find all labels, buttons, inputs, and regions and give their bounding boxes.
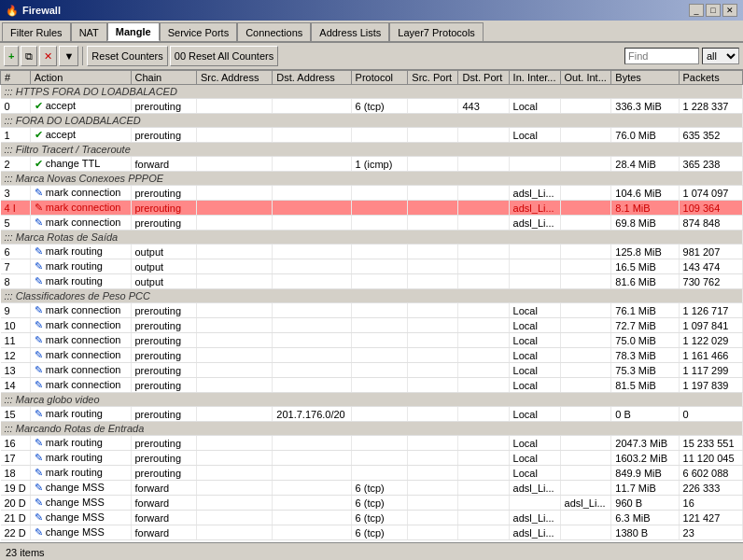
table-row[interactable]: 21 D✎change MSSforward6 (tcp)adsl_Li...6… [1,511,743,525]
tab-address-lists[interactable]: Address Lists [311,22,389,41]
action-text: mark connection [46,364,121,375]
cell-dport [458,259,509,274]
delete-button[interactable]: ✕ [39,46,57,66]
table-row[interactable]: 22 D✎change MSSforward6 (tcp)adsl_Li...1… [1,525,743,540]
copy-button[interactable]: ⧉ [21,46,37,66]
tab-layer7[interactable]: Layer7 Protocols [389,22,484,41]
action-text: mark connection [46,304,121,315]
table-row[interactable]: 8✎mark routingoutput81.6 MiB730 762 [1,274,743,289]
cell-src [197,333,273,348]
action-icon: ✎ [35,187,43,198]
cell-proto [351,333,408,348]
table-row[interactable]: 17✎mark routingpreroutingLocal1603.2 MiB… [1,451,743,466]
table-row[interactable]: ::: Marca Novas Conexoes PPPOE [1,172,743,186]
reset-counters-button[interactable]: Reset Counters [87,46,167,66]
table-row[interactable]: ::: FORA DO LOADBALACED [1,114,743,128]
cell-out [560,363,611,378]
table-row[interactable]: 20 D✎change MSSforward6 (tcp)adsl_Li...9… [1,496,743,511]
table-row[interactable]: 16✎mark routingpreroutingLocal2047.3 MiB… [1,436,743,451]
cell-src [197,363,273,378]
table-row[interactable]: 4 I✎mark connectionpreroutingadsl_Li...8… [1,201,743,216]
maximize-button[interactable]: □ [706,4,721,17]
reset-all-counters-button[interactable]: 00 Reset All Counters [170,46,278,66]
table-row[interactable]: 5✎mark connectionpreroutingadsl_Li...69.… [1,216,743,231]
table-row[interactable]: 1✔acceptpreroutingLocal76.0 MiB635 352 [1,128,743,143]
action-text: mark routing [46,260,103,272]
cell-src [197,466,273,481]
action-text: mark connection [46,379,121,390]
cell-bytes: 8.1 MiB [611,201,679,216]
table-row[interactable]: ::: Classificadores de Peso PCC [1,289,743,303]
minimize-button[interactable]: _ [689,4,704,17]
cell-dport [458,511,509,525]
cell-chain: forward [131,481,197,496]
cell-dst [273,348,351,363]
tab-service-ports[interactable]: Service Ports [160,22,237,41]
table-container: # Action Chain Src. Address Dst. Address… [0,70,743,542]
cell-action: ✔change TTL [30,157,131,172]
cell-src [197,303,273,318]
cell-packets: 6 602 088 [679,466,742,481]
cell-chain: prerouting [131,378,197,393]
cell-in: Local [509,128,560,143]
app-icon: 🔥 [6,5,19,17]
cell-src [197,186,273,201]
cell-num: 10 [1,318,31,333]
action-icon: ✎ [35,526,43,538]
close-button[interactable]: ✕ [722,4,737,17]
find-scope-select[interactable]: all [702,48,739,64]
action-icon: ✎ [35,452,43,463]
table-row[interactable]: 11✎mark connectionpreroutingLocal75.0 Mi… [1,333,743,348]
cell-bytes: 75.0 MiB [611,333,679,348]
tab-mangle[interactable]: Mangle [107,22,160,41]
table-row[interactable]: 6✎mark routingoutput125.8 MiB981 207 [1,245,743,259]
table-row[interactable]: ::: Marca globo video [1,393,743,407]
cell-action: ✎mark connection [30,378,131,393]
table-row[interactable]: ::: Filtro Tracert / Traceroute [1,143,743,157]
table-row[interactable]: ::: HTTPS FORA DO LOADBALACED [1,85,743,99]
col-header-out: Out. Int... [560,71,611,85]
cell-dst [273,274,351,289]
cell-action: ✎mark routing [30,274,131,289]
table-row[interactable]: 15✎mark routingprerouting201.7.176.0/20L… [1,407,743,422]
table-row[interactable]: 19 D✎change MSSforward6 (tcp)adsl_Li...1… [1,481,743,496]
cell-dport [458,245,509,259]
table-row[interactable]: 2✔change TTLforward1 (icmp)28.4 MiB365 2… [1,157,743,172]
table-row[interactable]: 18✎mark routingpreroutingLocal849.9 MiB6… [1,466,743,481]
table-row[interactable]: ::: Marcando Rotas de Entrada [1,422,743,436]
cell-bytes: 81.6 MiB [611,274,679,289]
table-row[interactable]: 0✔acceptprerouting6 (tcp)443Local336.3 M… [1,99,743,114]
cell-num: 4 I [1,201,31,216]
cell-action: ✎mark connection [30,363,131,378]
cell-bytes: 6.3 MiB [611,511,679,525]
cell-sport [408,99,458,114]
tab-filter-rules[interactable]: Filter Rules [2,22,71,41]
tab-connections[interactable]: Connections [237,22,311,41]
filter-button[interactable]: ▼ [59,46,78,66]
cell-dport [458,525,509,540]
cell-dport [458,303,509,318]
table-row[interactable]: 14✎mark connectionpreroutingLocal81.5 Mi… [1,378,743,393]
action-icon: ✎ [35,511,43,523]
cell-chain: forward [131,511,197,525]
table-row[interactable]: 3✎mark connectionpreroutingadsl_Li...104… [1,186,743,201]
cell-action: ✎mark connection [30,216,131,231]
table-row[interactable]: 12✎mark connectionpreroutingLocal78.3 Mi… [1,348,743,363]
cell-in: Local [509,348,560,363]
add-button[interactable]: + [4,46,19,66]
action-icon: ✎ [35,497,43,508]
cell-num: 19 D [1,481,31,496]
cell-out [560,348,611,363]
table-row[interactable]: 13✎mark connectionpreroutingLocal75.3 Mi… [1,363,743,378]
cell-num: 22 D [1,525,31,540]
tab-nat[interactable]: NAT [71,22,107,41]
table-row[interactable]: 10✎mark connectionpreroutingLocal72.7 Mi… [1,318,743,333]
cell-out [560,128,611,143]
table-row[interactable]: 7✎mark routingoutput16.5 MiB143 474 [1,259,743,274]
cell-num: 9 [1,303,31,318]
table-row[interactable]: ::: Marca Rotas de Saída [1,231,743,245]
table-row[interactable]: 9✎mark connectionpreroutingLocal76.1 MiB… [1,303,743,318]
search-input[interactable] [624,48,699,64]
action-icon: ✎ [35,304,43,315]
cell-out [560,525,611,540]
